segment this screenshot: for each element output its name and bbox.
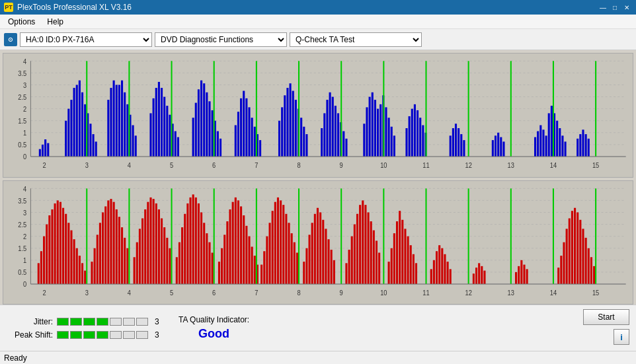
- info-button[interactable]: i: [614, 329, 629, 345]
- svg-rect-283: [245, 225, 247, 283]
- svg-text:1: 1: [23, 129, 26, 137]
- svg-rect-117: [342, 131, 344, 157]
- svg-rect-354: [478, 263, 480, 284]
- svg-rect-291: [266, 236, 268, 283]
- svg-rect-100: [286, 88, 288, 157]
- svg-rect-71: [175, 131, 177, 157]
- svg-rect-228: [91, 262, 93, 284]
- svg-rect-341: [415, 263, 417, 284]
- svg-rect-40: [73, 88, 75, 157]
- svg-rect-88: [240, 98, 242, 157]
- svg-rect-233: [104, 206, 106, 284]
- peak-seg-2: [70, 331, 82, 339]
- svg-rect-225: [81, 263, 83, 284]
- close-button[interactable]: ✕: [621, 2, 632, 13]
- start-button[interactable]: Start: [583, 309, 629, 325]
- svg-rect-79: [206, 92, 208, 157]
- svg-rect-115: [337, 113, 339, 157]
- svg-rect-292: [268, 223, 270, 284]
- test-select[interactable]: Q-Check TA Test: [290, 32, 422, 47]
- svg-rect-214: [51, 209, 53, 283]
- svg-rect-137: [417, 110, 418, 157]
- toolbar: ⊙ HA:0 ID:0 PX-716A DVD Diagnostic Funct…: [0, 29, 636, 50]
- svg-rect-105: [300, 118, 302, 157]
- svg-rect-157: [539, 126, 541, 157]
- maximize-button[interactable]: □: [610, 2, 620, 13]
- svg-rect-222: [73, 239, 75, 284]
- svg-rect-347: [441, 248, 443, 283]
- svg-rect-281: [240, 206, 242, 284]
- svg-rect-152: [500, 137, 502, 157]
- menu-help[interactable]: Help: [42, 16, 69, 28]
- svg-rect-145: [457, 128, 459, 157]
- ta-quality-value: Good: [198, 327, 229, 341]
- svg-rect-166: [565, 141, 567, 157]
- svg-text:0.5: 0.5: [18, 141, 26, 149]
- svg-text:3.5: 3.5: [18, 197, 26, 204]
- svg-rect-62: [149, 113, 151, 157]
- svg-text:13: 13: [508, 162, 514, 169]
- bottom-panel: Jitter: 3 Peak Shift:: [0, 305, 636, 351]
- svg-text:7: 7: [255, 289, 258, 296]
- drive-select[interactable]: HA:0 ID:0 PX-716A: [20, 32, 152, 47]
- app-title: PlexTools Professional XL V3.16: [17, 3, 132, 12]
- svg-rect-125: [377, 109, 379, 157]
- svg-rect-268: [203, 223, 205, 284]
- svg-rect-236: [113, 201, 115, 283]
- svg-rect-276: [226, 221, 228, 284]
- svg-rect-359: [518, 266, 520, 283]
- svg-rect-241: [126, 248, 128, 283]
- minimize-button[interactable]: —: [598, 2, 608, 13]
- svg-rect-294: [274, 201, 276, 283]
- svg-rect-217: [60, 201, 61, 283]
- function-select[interactable]: DVD Diagnostic Functions: [155, 32, 287, 47]
- svg-rect-280: [237, 200, 239, 284]
- svg-rect-56: [124, 92, 126, 157]
- svg-rect-370: [574, 207, 576, 283]
- svg-rect-77: [200, 81, 202, 157]
- svg-rect-313: [327, 239, 329, 284]
- svg-rect-149: [492, 140, 494, 157]
- menu-options[interactable]: Options: [3, 16, 40, 28]
- svg-text:6: 6: [212, 289, 216, 296]
- svg-rect-312: [325, 229, 327, 284]
- svg-rect-224: [79, 256, 81, 284]
- svg-rect-114: [335, 106, 337, 157]
- svg-text:3.5: 3.5: [18, 70, 26, 77]
- svg-rect-311: [322, 219, 324, 283]
- svg-rect-337: [404, 229, 406, 284]
- svg-rect-335: [399, 211, 401, 284]
- svg-rect-69: [169, 115, 171, 157]
- jitter-seg-3: [83, 318, 95, 326]
- svg-rect-254: [163, 227, 165, 284]
- svg-rect-63: [153, 98, 155, 157]
- svg-rect-362: [526, 269, 528, 284]
- jitter-value: 3: [155, 317, 159, 326]
- svg-rect-44: [84, 104, 86, 157]
- svg-rect-159: [545, 135, 547, 157]
- svg-text:3: 3: [85, 162, 89, 169]
- svg-text:4: 4: [23, 185, 27, 192]
- svg-rect-270: [208, 242, 210, 283]
- svg-rect-304: [303, 262, 305, 284]
- svg-rect-243: [134, 257, 136, 284]
- svg-text:1.5: 1.5: [18, 244, 26, 252]
- svg-rect-33: [39, 149, 41, 157]
- svg-rect-75: [195, 103, 197, 157]
- svg-rect-93: [254, 127, 256, 157]
- svg-rect-111: [326, 100, 328, 157]
- svg-rect-319: [351, 236, 353, 283]
- svg-rect-223: [76, 248, 78, 283]
- svg-rect-38: [67, 109, 69, 157]
- svg-rect-76: [198, 89, 200, 157]
- svg-rect-252: [158, 209, 160, 283]
- svg-rect-376: [590, 257, 592, 284]
- svg-text:7: 7: [255, 162, 258, 169]
- svg-rect-349: [447, 262, 449, 284]
- svg-rect-42: [79, 81, 81, 157]
- svg-rect-255: [166, 237, 168, 283]
- svg-rect-221: [70, 230, 72, 283]
- peak-seg-6: [123, 331, 135, 339]
- svg-text:2.5: 2.5: [18, 94, 26, 101]
- svg-rect-164: [559, 128, 561, 157]
